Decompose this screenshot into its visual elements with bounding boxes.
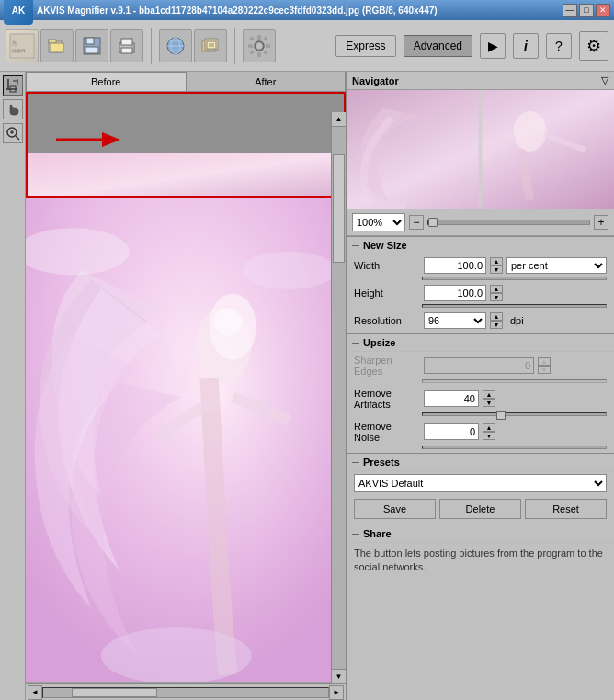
crop-tool-button[interactable] (3, 75, 23, 96)
hand-tool-button[interactable] (3, 99, 23, 119)
width-slider-track[interactable] (422, 277, 607, 280)
zoom-in-button[interactable]: + (594, 215, 608, 230)
share-header: Share (347, 525, 614, 543)
logo-svg: 泡 沫软件 (8, 32, 36, 60)
svg-rect-0 (10, 34, 34, 58)
upsize-title: Upsize (363, 337, 395, 348)
artifacts-slider-thumb[interactable] (496, 411, 506, 420)
globe-icon (165, 36, 186, 56)
v-scroll-track[interactable] (332, 127, 346, 669)
svg-rect-5 (51, 43, 63, 52)
noise-spinner-down[interactable]: ▼ (483, 432, 495, 440)
express-mode-button[interactable]: Express (335, 35, 395, 57)
after-tab[interactable]: After (187, 72, 347, 91)
file-tools: 泡 沫软件 (6, 29, 143, 62)
navigator-collapse-icon[interactable]: ▽ (601, 74, 608, 86)
width-spinner-up[interactable]: ▲ (490, 257, 503, 265)
save-preset-button[interactable]: Save (354, 499, 436, 519)
artifacts-slider-track[interactable] (422, 412, 607, 416)
zoom-select[interactable]: 100% 50% 200% Fit (352, 213, 405, 231)
print-button[interactable] (110, 29, 143, 62)
v-scroll-thumb[interactable] (333, 154, 345, 263)
main-layout: Before After (0, 72, 614, 700)
close-button[interactable]: ✕ (596, 4, 610, 17)
vertical-scrollbar[interactable]: ▲ ▼ (331, 112, 346, 683)
scroll-left-button[interactable]: ◄ (28, 685, 42, 700)
watermark-logo: 泡 沫软件 (6, 29, 39, 62)
zoom-slider-thumb[interactable] (428, 218, 438, 227)
resolution-label: Resolution (354, 315, 420, 326)
svg-rect-4 (49, 40, 56, 43)
navigator-preview[interactable] (347, 90, 614, 209)
width-spinner-down[interactable]: ▼ (490, 265, 503, 274)
resolution-spinner: ▲ ▼ (490, 312, 503, 329)
remove-artifacts-input[interactable] (424, 390, 479, 407)
zoom-out-button[interactable]: − (409, 215, 424, 230)
crop-icon (6, 78, 20, 93)
sharpen-edges-row: Sharpen Edges ▲ ▼ (347, 352, 614, 379)
noise-slider-track[interactable] (422, 446, 607, 449)
zoom-slider-track[interactable] (427, 220, 590, 225)
width-row: Width ▲ ▼ per cent pixels inches (347, 254, 614, 277)
width-input[interactable] (424, 257, 486, 274)
batch-icon (200, 36, 221, 56)
artifacts-spinner-up[interactable]: ▲ (483, 390, 495, 399)
save-file-button[interactable] (75, 29, 108, 62)
preset-select[interactable]: AKVIS Default (354, 474, 607, 492)
navigator-title: Navigator (352, 75, 399, 86)
minimize-button[interactable]: — (563, 4, 577, 17)
artwork-svg (26, 198, 346, 682)
sharpen-edges-input (424, 357, 534, 374)
delete-preset-button[interactable]: Delete (439, 499, 521, 519)
resolution-row: Resolution 96 72 150 300 ▲ ▼ dpi (347, 310, 614, 332)
svg-rect-8 (85, 47, 98, 53)
scroll-right-button[interactable]: ► (329, 685, 344, 700)
play-icon: ▶ (488, 39, 498, 53)
open-file-button[interactable] (40, 29, 74, 62)
height-spinner-up[interactable]: ▲ (490, 285, 503, 293)
gear-icon (247, 34, 271, 58)
remove-noise-input[interactable] (424, 423, 479, 440)
before-tab[interactable]: Before (26, 72, 187, 91)
maximize-button[interactable]: □ (579, 4, 594, 17)
reset-preset-button[interactable]: Reset (525, 499, 607, 519)
run-button[interactable]: ▶ (480, 33, 506, 59)
svg-rect-42 (28, 153, 344, 198)
height-spinner: ▲ ▼ (490, 285, 503, 301)
info-icon: i (524, 39, 528, 53)
svg-rect-20 (207, 41, 216, 49)
image-display-area[interactable] (26, 198, 346, 682)
remove-artifacts-spinner: ▲ ▼ (483, 390, 495, 407)
artifacts-spinner-down[interactable]: ▼ (483, 399, 495, 407)
width-spinner: ▲ ▼ (490, 257, 503, 274)
presets-header: Presets (347, 453, 614, 471)
scroll-down-button[interactable]: ▼ (332, 669, 346, 683)
zoom-tool-button[interactable] (3, 123, 23, 143)
h-scroll-track[interactable] (42, 687, 329, 698)
titlebar: AK AKVIS Magnifier v.9.1 - bba1cd11728b4… (0, 0, 614, 20)
help-button[interactable]: ? (546, 33, 572, 59)
before-image-strip (28, 153, 344, 198)
globe-button[interactable] (159, 29, 192, 62)
resolution-spinner-down[interactable]: ▼ (490, 321, 503, 329)
app-settings-button[interactable]: ⚙ (579, 31, 608, 61)
batch-button[interactable] (194, 29, 227, 62)
hand-icon (6, 102, 20, 117)
height-slider-track[interactable] (422, 304, 607, 308)
info-button[interactable]: i (513, 33, 539, 59)
image-canvas (26, 198, 346, 682)
height-spinner-down[interactable]: ▼ (490, 293, 503, 301)
noise-spinner-up[interactable]: ▲ (483, 423, 495, 432)
save-icon (82, 36, 102, 56)
h-scroll-thumb[interactable] (72, 688, 157, 697)
unit-select[interactable]: per cent pixels inches (506, 257, 607, 274)
advanced-mode-button[interactable]: Advanced (404, 35, 472, 57)
resolution-select[interactable]: 96 72 150 300 (424, 312, 486, 329)
preset-buttons-group: Save Delete Reset (347, 495, 614, 523)
nav-svg (347, 90, 614, 209)
height-row: Height ▲ ▼ (347, 282, 614, 304)
scroll-up-button[interactable]: ▲ (332, 112, 346, 127)
resolution-spinner-up[interactable]: ▲ (490, 312, 503, 321)
height-input[interactable] (424, 285, 486, 301)
settings-gear-button[interactable] (243, 29, 276, 62)
